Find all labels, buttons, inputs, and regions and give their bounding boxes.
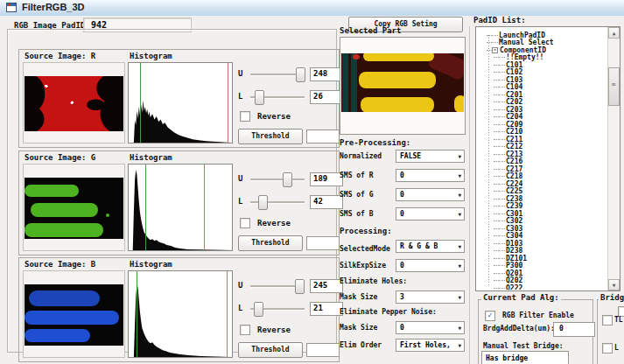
tree-expander-icon[interactable] — [499, 199, 505, 200]
tree-expander-icon[interactable] — [499, 273, 505, 274]
tree-item[interactable]: C101 — [480, 61, 606, 69]
tree-expander-icon[interactable] — [499, 191, 505, 192]
tree-item[interactable]: Q222 — [480, 284, 606, 290]
tree-expander-icon[interactable] — [499, 176, 505, 177]
tree-expander-icon[interactable] — [499, 102, 505, 102]
tree-expander-icon[interactable] — [499, 280, 505, 281]
tree-expander-icon[interactable] — [499, 235, 505, 236]
tree-expander-icon[interactable] — [499, 184, 505, 185]
tree-expander-icon[interactable] — [499, 243, 505, 244]
tree-expander-icon[interactable] — [499, 161, 505, 162]
padid-tree[interactable]: LaunchPadID Manual Select - ComponentID — [480, 32, 606, 290]
bridge-delta-input[interactable]: 0 — [553, 322, 595, 337]
tree-expander-icon[interactable]: - — [492, 47, 498, 53]
reverse-checkbox-b[interactable] — [240, 325, 250, 335]
tree-expander-icon[interactable] — [499, 72, 505, 73]
title-bar[interactable]: FilterRGB_3D — [0, 0, 624, 17]
tree-expander-icon[interactable] — [499, 206, 505, 206]
tree-item[interactable]: C302 — [480, 218, 606, 226]
manual-bridge-input[interactable]: Has bridge — [481, 351, 569, 364]
tree-expander-icon[interactable] — [499, 116, 505, 117]
tree-item[interactable]: P300 — [480, 262, 606, 270]
sms-b-dropdown[interactable]: 0 ▼ — [396, 207, 465, 220]
normalized-dropdown[interactable]: FALSE ▼ — [396, 150, 465, 163]
tree-item[interactable]: Manual Select — [480, 39, 606, 47]
sms-r-dropdown[interactable]: 0 ▼ — [396, 169, 465, 182]
tree-item[interactable]: !!Empty!! — [480, 54, 606, 62]
tree-expander-icon[interactable] — [499, 154, 505, 155]
tree-expander-icon[interactable] — [499, 258, 505, 259]
u-value-field-b[interactable]: 245 — [310, 279, 343, 293]
reverse-checkbox-r[interactable] — [240, 111, 250, 122]
tree-expander-icon[interactable] — [499, 94, 505, 95]
tree-item[interactable]: C202 — [480, 99, 606, 107]
u-thumb-r[interactable] — [296, 67, 305, 82]
selected-mode-dropdown[interactable]: R & G & B ▼ — [396, 240, 465, 253]
l-thumb-b[interactable] — [254, 302, 263, 317]
u-thumb-g[interactable] — [283, 172, 292, 187]
u-value-field-r[interactable]: 248 — [310, 67, 343, 81]
tree-item[interactable]: C224 — [480, 180, 606, 188]
tree-item[interactable]: C104 — [480, 84, 606, 92]
tree-item[interactable]: D238 — [480, 248, 606, 256]
tree-item[interactable]: C216 — [480, 158, 606, 166]
tree-item[interactable]: C238 — [480, 195, 606, 203]
l-thumb-r[interactable] — [255, 90, 264, 105]
tree-expander-icon[interactable] — [499, 131, 505, 132]
tree-item[interactable]: C239 — [480, 203, 606, 211]
tree-item[interactable]: C303 — [480, 225, 606, 233]
u-thumb-b[interactable] — [295, 279, 305, 294]
tree-expander-icon[interactable] — [492, 35, 498, 36]
u-track-g[interactable] — [250, 178, 305, 181]
tree-expander-icon[interactable] — [499, 169, 505, 170]
tree-expander-icon[interactable] — [499, 65, 505, 66]
tree-item[interactable]: C218 — [480, 173, 606, 181]
padid-list-box[interactable]: LaunchPadID Manual Select - ComponentID — [475, 26, 620, 291]
threshold-button-g[interactable]: Threshold — [238, 235, 303, 251]
l-value-field-g[interactable]: 42 — [310, 195, 343, 209]
tree-expander-icon[interactable] — [499, 228, 505, 229]
tree-item[interactable]: C210 — [480, 129, 606, 136]
scroll-thumb[interactable] — [608, 67, 620, 106]
tree-expander-icon[interactable] — [499, 80, 505, 80]
tree-expander-icon[interactable] — [492, 42, 498, 43]
scroll-down-button[interactable]: ▼ — [608, 279, 620, 290]
tree-item[interactable]: LaunchPadID — [480, 32, 606, 39]
tree-expander-icon[interactable] — [499, 288, 505, 289]
tree-item[interactable]: C201 — [480, 91, 606, 99]
tree-item[interactable]: C213 — [480, 150, 606, 158]
l-value-field-b[interactable]: 21 — [310, 302, 343, 316]
threshold-button-b[interactable]: Threshold — [238, 342, 303, 358]
tree-item[interactable]: D103 — [480, 240, 606, 248]
tree-expander-icon[interactable] — [499, 214, 505, 214]
reverse-checkbox-g[interactable] — [240, 218, 250, 228]
tree-expander-icon[interactable] — [499, 250, 505, 251]
tree-item[interactable]: C102 — [480, 69, 606, 77]
tree-item[interactable]: C301 — [480, 210, 606, 218]
threshold-value-field-r[interactable] — [306, 130, 340, 144]
elim-order-dropdown[interactable]: First Holes, ▼ — [396, 339, 465, 352]
tree-item[interactable]: C203 — [480, 106, 606, 114]
threshold-value-field-g[interactable] — [306, 236, 340, 250]
bridge-tl-checkbox[interactable] — [602, 315, 613, 326]
tree-item[interactable]: C225 — [480, 188, 606, 196]
tree-item[interactable]: C212 — [480, 144, 606, 151]
l-thumb-g[interactable] — [258, 195, 268, 210]
tree-expander-icon[interactable] — [499, 109, 505, 110]
l-value-field-r[interactable]: 26 — [310, 90, 343, 104]
sms-g-dropdown[interactable]: 0 ▼ — [396, 188, 465, 201]
tree-item[interactable]: C209 — [480, 121, 606, 129]
tree-item[interactable]: C304 — [480, 233, 606, 241]
u-value-field-g[interactable]: 189 — [310, 172, 343, 186]
scroll-up-button[interactable]: ▲ — [608, 27, 620, 38]
tree-item[interactable]: DZ101 — [480, 255, 606, 262]
tree-item[interactable]: - ComponentID — [480, 46, 606, 54]
tree-expander-icon[interactable] — [499, 146, 505, 147]
threshold-value-field-b[interactable] — [306, 343, 340, 357]
bridge-l-checkbox[interactable] — [602, 343, 613, 354]
tree-item[interactable]: C217 — [480, 165, 606, 173]
tree-expander-icon[interactable] — [499, 139, 505, 140]
tree-item[interactable]: Q201 — [480, 270, 606, 277]
mask-size-1-dropdown[interactable]: 3 ▼ — [396, 290, 465, 304]
silk-exp-dropdown[interactable]: 0 ▼ — [396, 259, 465, 272]
